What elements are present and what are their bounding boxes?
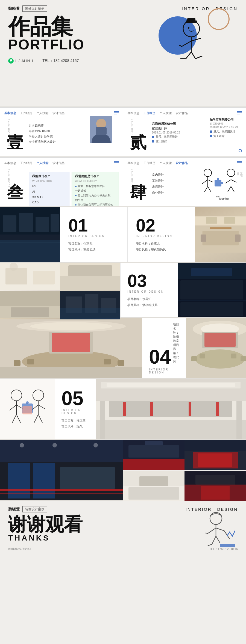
tab-designs-4[interactable]: 设计作品 [176,161,188,166]
proj01-style: 家装卖场 [83,248,95,251]
tab-skills-2[interactable]: 个人技能 [160,111,172,116]
work-detail-text-1: 量尺、效果图设计 [156,135,178,138]
work-date-right: 2018.01.05-2019.05.23 [210,126,238,129]
svg-rect-48 [180,280,243,299]
project-05-info: 05 INTERIOR DESIGN 项目名称：择正堂 项目风格：现代 [55,379,96,439]
tab-skills[interactable]: 个人技能 [36,111,48,116]
interior-dark-img [0,207,60,262]
proj05-number: 05 [61,388,89,408]
svg-rect-3 [187,18,195,22]
svg-rect-55 [14,360,20,366]
bullet-icon [152,140,154,143]
birth-val: 1997.06.30 [35,129,50,133]
svg-rect-66 [191,356,197,361]
need-3: 能让我借力为公司做更贡献 [75,193,115,198]
tab-work-4[interactable]: 工作经历 [144,161,156,166]
menu-icon-4[interactable] [237,161,242,164]
proj03-name: 水善汇 [142,297,151,301]
menu-line [114,164,117,164]
proj02-name: 住惠儿 [151,242,160,245]
tab-basic-2[interactable]: 基本信息 [127,111,139,116]
tab-skills-4[interactable]: 个人技能 [160,161,172,166]
project-02-photo [195,207,246,262]
can-do-subtitle: WHAT CAN I DO? [32,180,66,182]
svg-rect-57 [104,359,111,364]
proj03-photo-2 [60,263,120,291]
svg-rect-102 [128,445,179,458]
svg-rect-85 [189,402,191,416]
circle-deco [239,149,242,152]
proj04-name-block: 项目名称： 阶梯教室 项目风格： 现代风 [173,322,179,363]
tab-skills-3[interactable]: 个人技能 [36,161,48,166]
tab-basic[interactable]: 基本信息 [4,111,16,116]
proj02-style-label: 项目风格： [136,248,151,251]
menu-icon-3[interactable] [114,161,119,164]
skill-ps: PS [32,184,66,189]
tel-label: TEL：182 4208 4157 [42,58,79,63]
hero-design-tag: 装修设计案例 [22,5,47,12]
svg-rect-17 [3,215,16,232]
svg-rect-36 [68,265,112,276]
work-company-right: 品尚若居装修公司 家居设计师 2018.01.05-2019.05.23 量尺、… [210,117,238,138]
skill-3dmax: 3D MAX [32,195,66,200]
proj05-illus-svg [3,382,52,436]
menu-icon-1[interactable] [114,111,119,114]
proj03-style: 酒柜科技风 [142,303,157,307]
can-do-title: 我能做什么？ [32,174,66,178]
conference-img [0,318,142,378]
proj03-style-label: 项目风格： [127,303,142,307]
extra-photo-c [123,471,184,502]
cv-card-skills: 基本信息 工作经历 个人技能 设计作品 CURRICULUM VITAE 叁 我… [0,158,123,206]
svg-rect-105 [184,440,246,451]
projects-01-02-row: 01 INTERIOR DESIGN 项目名称：住惠儿 项目风格：家装卖场 02… [0,207,246,262]
proj03-number: 03 [127,272,171,290]
project-03-row: 03 INTERIOR DESIGN 项目名称：水善汇 项目风格：酒柜科技风 [0,263,246,317]
work-detail-right-1: 量尺、效果图设计 [210,130,238,133]
menu-line [114,112,119,113]
name-val: 魏晓萱 [35,124,44,127]
tab-designs[interactable]: 设计作品 [52,111,65,116]
svg-rect-26 [235,235,241,242]
deco-text-right: 甲乙不计较做最大 [236,170,243,173]
work-detail-text-2: 施工跟踪 [156,140,167,143]
showroom-img [0,440,123,500]
svg-rect-60 [52,333,90,352]
school-label: 学校 [29,135,35,138]
tab-basic-4[interactable]: 基本信息 [127,161,139,166]
menu-line [237,114,240,114]
need-text-2: 一起成长 [75,189,86,192]
svg-point-73 [33,390,44,401]
need-1: 能够一群有意思的团队 [75,184,115,188]
svg-point-1 [183,20,200,37]
tab-work[interactable]: 工作经历 [20,111,32,116]
menu-line [114,161,119,162]
proj03-photo-3 [0,291,60,319]
svg-rect-110 [128,487,179,500]
tab-basic-3[interactable]: 基本信息 [4,161,16,166]
birth-label: 年龄 [29,129,35,133]
svg-point-99 [93,443,98,447]
skills-need: 我需要的是什么？ WHAT DO I NEED? 能够一群有意思的团队 一起成长… [72,172,119,206]
tab-work-2[interactable]: 工作经历 [144,111,156,116]
svg-point-53 [30,322,112,330]
tab-work-3[interactable]: 工作经历 [20,161,32,166]
proj02-name-label: 项目名称： [136,242,151,245]
menu-line [114,111,119,112]
cv-row-1: 基本信息 工作经历 个人技能 设计作品 CURRICULUM VITAE 壹 姓… [0,107,246,156]
svg-rect-67 [200,354,205,358]
proj05-illustration [0,379,55,439]
tab-designs-3[interactable]: 设计作品 [52,161,65,166]
menu-icon-2[interactable] [237,111,242,114]
tab-designs-2[interactable]: 设计作品 [176,111,188,116]
proj04-number: 04 [149,347,171,367]
menu-line [114,162,119,163]
work-detail-right-2: 施工跟踪 [210,134,238,138]
proj01-number: 01 [68,217,119,234]
project-03-info: 03 INTERIOR DESIGN 项目名称：水善汇 项目风格：酒柜科技风 [120,263,178,317]
svg-rect-81 [96,420,246,439]
svg-rect-82 [109,401,232,417]
bullet-icon [210,135,212,137]
thanks-wechat: wei18640739452 [8,547,31,551]
modern-interior-img [96,379,246,439]
proj02-subtitle: INTERIOR DESIGN [136,235,187,238]
